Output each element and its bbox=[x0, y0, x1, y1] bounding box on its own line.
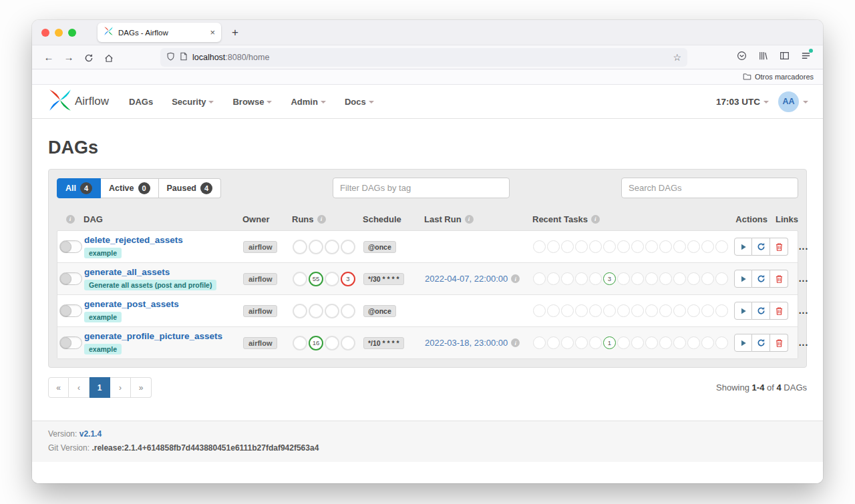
task-state-circle[interactable] bbox=[561, 336, 574, 349]
task-state-circle[interactable] bbox=[533, 304, 546, 317]
task-state-circle[interactable] bbox=[715, 240, 728, 253]
task-state-circle-success[interactable]: 55 bbox=[309, 272, 323, 286]
info-icon[interactable] bbox=[465, 215, 474, 224]
task-state-circle[interactable] bbox=[589, 272, 602, 285]
header-owner[interactable]: Owner bbox=[242, 214, 292, 224]
page-button[interactable]: ‹ bbox=[69, 377, 90, 398]
refresh-dag-button[interactable] bbox=[752, 334, 770, 352]
dag-link[interactable]: generate_post_assets bbox=[84, 299, 179, 309]
links-ellipsis-icon[interactable]: ... bbox=[799, 277, 809, 281]
avatar[interactable]: AA bbox=[778, 91, 799, 112]
schedule-badge[interactable]: */10 * * * * bbox=[363, 337, 404, 349]
filter-all-button[interactable]: All4 bbox=[57, 178, 101, 198]
task-state-circle[interactable] bbox=[547, 240, 560, 253]
task-state-circle[interactable] bbox=[341, 304, 355, 318]
task-state-circle[interactable] bbox=[659, 240, 672, 253]
task-state-circle[interactable] bbox=[687, 304, 700, 317]
task-state-circle[interactable] bbox=[309, 304, 323, 318]
task-state-circle[interactable] bbox=[687, 272, 700, 285]
task-state-circle[interactable] bbox=[673, 240, 686, 253]
task-state-circle[interactable] bbox=[575, 240, 588, 253]
task-state-circle[interactable] bbox=[575, 304, 588, 317]
task-state-circle[interactable] bbox=[617, 272, 630, 285]
schedule-badge[interactable]: @once bbox=[363, 241, 396, 253]
nav-item-docs[interactable]: Docs bbox=[345, 97, 374, 107]
task-state-circle[interactable] bbox=[701, 272, 714, 285]
task-state-circle[interactable] bbox=[547, 304, 560, 317]
pocket-icon[interactable] bbox=[737, 51, 747, 63]
page-button-current[interactable]: 1 bbox=[90, 377, 110, 398]
info-icon[interactable] bbox=[511, 274, 520, 283]
trigger-dag-button[interactable] bbox=[734, 302, 752, 320]
task-state-circle[interactable] bbox=[645, 272, 658, 285]
page-info-icon[interactable] bbox=[180, 51, 188, 63]
task-state-circle[interactable] bbox=[617, 304, 630, 317]
task-state-circle-success[interactable]: 16 bbox=[309, 336, 323, 350]
dag-pause-toggle[interactable] bbox=[59, 240, 82, 253]
dag-pause-toggle[interactable] bbox=[59, 304, 82, 317]
task-state-circle[interactable] bbox=[715, 336, 728, 349]
task-state-circle[interactable] bbox=[561, 240, 574, 253]
task-state-circle[interactable] bbox=[341, 240, 355, 254]
refresh-dag-button[interactable] bbox=[752, 238, 770, 256]
browser-tab[interactable]: DAGs - Airflow × bbox=[98, 23, 221, 42]
task-state-circle[interactable] bbox=[673, 336, 686, 349]
dag-link[interactable]: delete_rejected_assets bbox=[84, 235, 183, 245]
tag-filter-input[interactable] bbox=[333, 178, 510, 198]
task-state-circle-success[interactable]: 3 bbox=[603, 272, 616, 285]
task-state-circle-success[interactable]: 1 bbox=[603, 336, 616, 349]
trigger-dag-button[interactable] bbox=[734, 334, 752, 352]
task-state-circle[interactable] bbox=[631, 272, 644, 285]
links-ellipsis-icon[interactable]: ... bbox=[799, 309, 809, 313]
task-state-circle[interactable] bbox=[645, 240, 658, 253]
delete-dag-button[interactable] bbox=[770, 238, 788, 256]
task-state-circle[interactable] bbox=[547, 336, 560, 349]
page-button[interactable]: » bbox=[131, 377, 152, 398]
dag-pause-toggle[interactable] bbox=[59, 336, 82, 349]
dag-tag-badge[interactable]: example bbox=[84, 312, 122, 322]
task-state-circle[interactable] bbox=[603, 240, 616, 253]
task-state-circle[interactable] bbox=[589, 240, 602, 253]
task-state-circle[interactable] bbox=[701, 240, 714, 253]
info-icon[interactable] bbox=[66, 215, 75, 224]
search-dags-input[interactable] bbox=[621, 178, 798, 198]
schedule-badge[interactable]: */30 * * * * bbox=[363, 273, 404, 285]
schedule-badge[interactable]: @once bbox=[363, 305, 396, 317]
nav-item-security[interactable]: Security bbox=[172, 97, 214, 107]
task-state-circle[interactable] bbox=[631, 240, 644, 253]
task-state-circle[interactable] bbox=[659, 336, 672, 349]
user-menu[interactable]: AA bbox=[778, 91, 808, 112]
task-state-circle[interactable] bbox=[673, 304, 686, 317]
last-run-link[interactable]: 2022-03-18, 23:00:00 bbox=[425, 338, 508, 348]
info-icon[interactable] bbox=[591, 215, 600, 224]
delete-dag-button[interactable] bbox=[770, 270, 788, 288]
dag-tag-badge[interactable]: example bbox=[84, 248, 122, 258]
zoom-window-button[interactable] bbox=[68, 29, 76, 37]
task-state-circle[interactable] bbox=[325, 336, 339, 350]
dag-pause-toggle[interactable] bbox=[59, 272, 82, 285]
task-state-circle[interactable] bbox=[659, 272, 672, 285]
forward-icon[interactable]: → bbox=[60, 51, 77, 63]
header-runs[interactable]: Runs bbox=[292, 214, 363, 224]
task-state-circle[interactable] bbox=[325, 240, 339, 254]
task-state-circle[interactable] bbox=[715, 272, 728, 285]
task-state-circle[interactable] bbox=[631, 304, 644, 317]
task-state-circle[interactable] bbox=[617, 240, 630, 253]
task-state-circle[interactable] bbox=[309, 240, 323, 254]
task-state-circle[interactable] bbox=[715, 304, 728, 317]
close-window-button[interactable] bbox=[41, 29, 49, 37]
filter-paused-button[interactable]: Paused4 bbox=[159, 178, 221, 198]
task-state-circle[interactable] bbox=[701, 304, 714, 317]
last-run-link[interactable]: 2022-04-07, 22:00:00 bbox=[425, 274, 508, 284]
task-state-circle[interactable] bbox=[547, 272, 560, 285]
task-state-circle[interactable] bbox=[575, 336, 588, 349]
delete-dag-button[interactable] bbox=[770, 302, 788, 320]
task-state-circle[interactable] bbox=[293, 272, 307, 286]
task-state-circle[interactable] bbox=[631, 336, 644, 349]
task-state-circle[interactable] bbox=[701, 336, 714, 349]
trigger-dag-button[interactable] bbox=[734, 270, 752, 288]
page-button[interactable]: « bbox=[48, 377, 69, 398]
refresh-dag-button[interactable] bbox=[752, 302, 770, 320]
task-state-circle[interactable] bbox=[575, 272, 588, 285]
links-ellipsis-icon[interactable]: ... bbox=[799, 341, 809, 345]
